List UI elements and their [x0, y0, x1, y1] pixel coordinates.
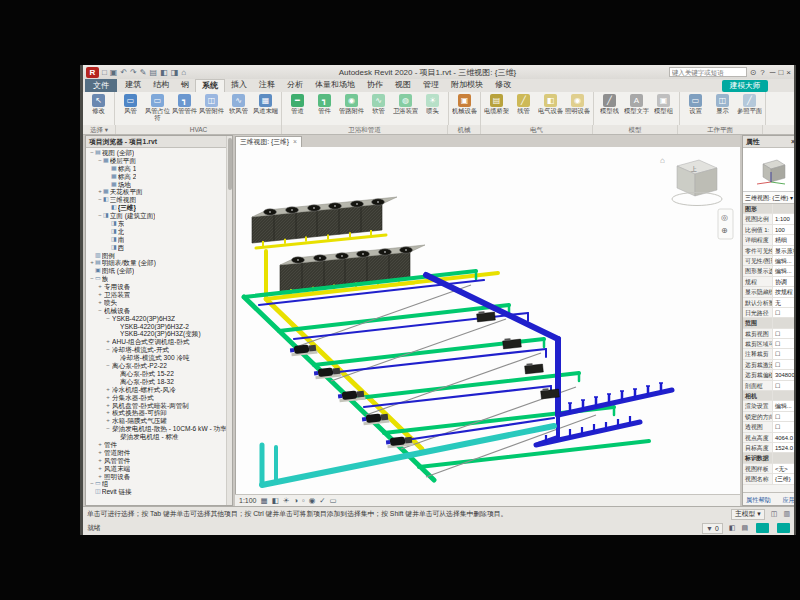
ribbon-button[interactable]: ▤电缆桥架	[483, 93, 510, 115]
window-control-button[interactable]: □	[778, 68, 783, 77]
tree-item[interactable]: + 水箱-隔膜式气压罐	[86, 417, 232, 425]
tree-item[interactable]: ▦ 标高 2	[86, 173, 232, 181]
expand-icon[interactable]: +	[97, 441, 103, 449]
property-row[interactable]: 标识数据	[743, 453, 796, 463]
tree-item[interactable]: − 离心泵-卧式-P2-22	[86, 362, 232, 370]
property-row[interactable]: 剖面框☐	[743, 381, 796, 391]
ribbon-button[interactable]: ▦风道末端	[252, 93, 279, 115]
expand-icon[interactable]: +	[97, 449, 103, 457]
property-row[interactable]: 视图名称{三维}	[743, 474, 796, 484]
window-control-button[interactable]: ─	[770, 68, 776, 77]
ribbon-button[interactable]: ∿软管	[365, 93, 392, 115]
file-tab[interactable]: 文件	[85, 79, 117, 92]
worksharing-icon[interactable]: ◫	[771, 510, 778, 518]
tree-item[interactable]: + 管件	[86, 441, 232, 449]
property-row[interactable]: 注释裁剪☐	[743, 349, 796, 359]
tree-item[interactable]: − ▭ 族	[86, 275, 232, 283]
quick-access-icon[interactable]: □	[102, 68, 107, 77]
tree-item[interactable]: + ▦ 天花板平面	[86, 188, 232, 196]
property-row[interactable]: 图形显示选项编辑...	[743, 266, 796, 276]
ribbon-button[interactable]: A模型文字	[623, 93, 650, 115]
type-preview[interactable]	[743, 148, 796, 192]
chilled-water-pipes-blue[interactable]	[259, 275, 672, 445]
quick-access-icon[interactable]: ✎	[140, 68, 147, 77]
tree-item[interactable]: + 风机盘管-卧式暗装-两管制	[86, 402, 232, 410]
property-row[interactable]: 显示隐藏线按规程	[743, 287, 796, 297]
ribbon-tab[interactable]: 分析	[281, 79, 309, 92]
close-view-icon[interactable]: ×	[293, 137, 297, 147]
panel-label[interactable]: 电气	[481, 125, 593, 134]
tree-item[interactable]: 冷却塔-横流式 300 冷吨	[86, 354, 232, 362]
tree-item[interactable]: + ▤ 明细表/数量 (全部)	[86, 259, 232, 267]
property-row[interactable]: 目标高度1524.0	[743, 443, 796, 453]
revit-logo-icon[interactable]: R	[86, 67, 99, 78]
ribbon-tab[interactable]: 结构	[147, 79, 175, 92]
property-row[interactable]: 渲染设置编辑...	[743, 401, 796, 411]
tree-item[interactable]: − ◧ 三维视图	[86, 196, 232, 204]
ribbon-tab[interactable]: 建筑	[119, 79, 147, 92]
steering-wheel-icon[interactable]: ◎	[721, 213, 728, 222]
quick-access-icon[interactable]: ▤	[150, 68, 158, 77]
property-row[interactable]: 远剪裁偏移304800.0	[743, 370, 796, 380]
expand-icon[interactable]: +	[97, 299, 103, 307]
selection-filter[interactable]: ▼ 0	[702, 523, 723, 534]
tree-item[interactable]: − ▭ 组	[86, 480, 232, 488]
navigation-bar[interactable]: ◎ ⊕	[718, 209, 733, 239]
tree-item[interactable]: ▣ 图纸 (全部)	[86, 267, 232, 275]
ribbon-button[interactable]: ╱参照平面	[736, 93, 763, 115]
expand-icon[interactable]: +	[105, 417, 111, 425]
ribbon-button[interactable]: ↖修改	[85, 93, 112, 115]
ribbon-button[interactable]: ◧电气设备	[537, 93, 564, 115]
ribbon-button[interactable]: ◫显示	[709, 93, 736, 115]
panel-label[interactable]: 机械	[448, 125, 481, 134]
tree-item[interactable]: YSKB-4220(3P)6H3Z(变频)	[86, 330, 232, 338]
help-search-input[interactable]	[669, 67, 747, 77]
expand-icon[interactable]: −	[105, 346, 111, 354]
property-row[interactable]: 视图比例1:100	[743, 214, 796, 224]
tree-item[interactable]: − 柴油发电机组-散热 - 10CM-6 kW - 功率 - 100-175 C…	[86, 425, 232, 433]
expand-icon[interactable]: +	[97, 465, 103, 473]
expand-icon[interactable]: +	[97, 283, 103, 291]
tree-item[interactable]: − YSKB-4220(3P)6H3Z	[86, 315, 232, 323]
tree-item[interactable]: − ▦ 楼层平面	[86, 157, 232, 165]
tree-item[interactable]: − ◨ 立面 (建筑立面)	[86, 212, 232, 220]
tree-item[interactable]: ◨ 南	[86, 236, 232, 244]
tree-item[interactable]: ▦ 场地	[86, 181, 232, 189]
property-row[interactable]: 视图样板<无>	[743, 464, 796, 474]
property-row[interactable]: 详细程度精细	[743, 235, 796, 245]
property-row[interactable]: 锁定的方向☐	[743, 412, 796, 422]
expand-icon[interactable]: +	[97, 473, 103, 481]
property-row[interactable]: 范围	[743, 318, 796, 328]
tree-item[interactable]: ◨ 东	[86, 220, 232, 228]
expand-icon[interactable]: +	[105, 402, 111, 410]
view-control-icon[interactable]: ▭	[330, 496, 337, 505]
ribbon-button[interactable]: ▣模型组	[650, 93, 677, 115]
project-browser-title[interactable]: 项目浏览器 - 项目1.rvt	[86, 136, 232, 148]
tree-item[interactable]: ▦ 标高 1	[86, 165, 232, 173]
properties-help-link[interactable]: 属性帮助	[746, 493, 771, 505]
tree-item[interactable]: + 专用设备	[86, 283, 232, 291]
tree-item[interactable]: ◨ 西	[86, 244, 232, 252]
window-control-button[interactable]: ×	[786, 68, 791, 77]
ribbon-button[interactable]: ◫风管附件	[198, 93, 225, 115]
plugin-tab-button[interactable]: 建模大师	[722, 80, 768, 92]
tree-item[interactable]: ▥ 图例	[86, 252, 232, 260]
property-row[interactable]: 裁剪区域可见☐	[743, 339, 796, 349]
quick-access-icon[interactable]: ▣	[110, 68, 118, 77]
cooling-tower-bank-1[interactable]	[252, 197, 397, 246]
tree-item[interactable]: ◫ Revit 链接	[86, 488, 232, 496]
active-workset-dropdown[interactable]: 主模型▾	[731, 509, 765, 520]
expand-icon[interactable]: −	[105, 315, 111, 323]
tree-item[interactable]: − 机械设备	[86, 307, 232, 315]
property-row[interactable]: 比例值 1:100	[743, 225, 796, 235]
ribbon-button[interactable]: ▭风管	[117, 93, 144, 115]
property-row[interactable]: 裁剪视图☐	[743, 329, 796, 339]
view-control-icon[interactable]: ▦	[261, 496, 268, 505]
ribbon-tab[interactable]: 钢	[175, 79, 195, 92]
expand-icon[interactable]: −	[105, 362, 111, 370]
tree-item[interactable]: ◧ {三维}	[86, 204, 232, 212]
titlebar-icon[interactable]: ⊙	[750, 68, 757, 77]
ribbon-button[interactable]: ╱模型线	[596, 93, 623, 115]
tree-item[interactable]: − ▤ 视图 (全部)	[86, 149, 232, 157]
close-properties-icon[interactable]: ×	[791, 136, 795, 147]
